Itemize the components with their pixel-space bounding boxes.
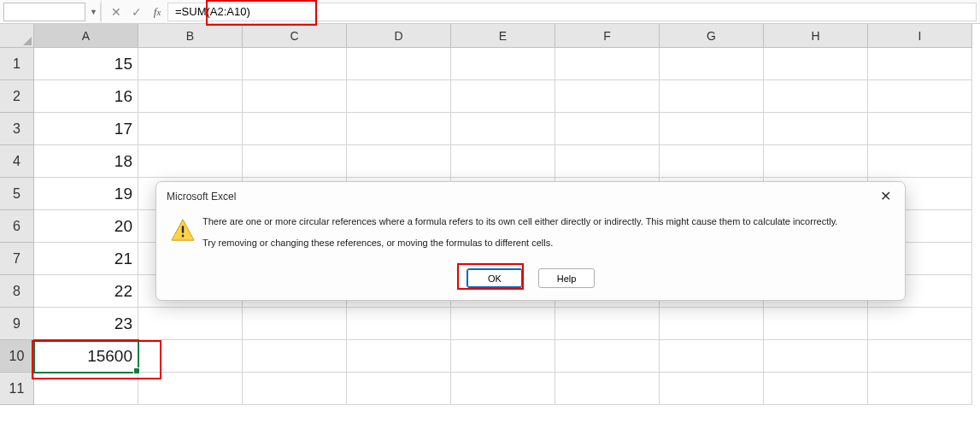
- cell-A8[interactable]: 22: [34, 275, 138, 308]
- cell-D4[interactable]: [347, 145, 451, 178]
- cell-E11[interactable]: [451, 373, 555, 405]
- column-header-F[interactable]: F: [555, 24, 660, 48]
- cancel-formula-icon[interactable]: ✕: [106, 0, 126, 23]
- select-all-corner[interactable]: [0, 24, 34, 48]
- cell-A7[interactable]: 21: [34, 243, 138, 275]
- cell-H11[interactable]: [764, 373, 868, 405]
- formula-bar: ▼ ✕ ✓ fx =SUM(A2:A10): [0, 0, 980, 24]
- cell-H1[interactable]: [764, 48, 868, 80]
- cell-H9[interactable]: [764, 308, 868, 340]
- cell-G10[interactable]: [660, 340, 764, 373]
- cell-D2[interactable]: [347, 80, 451, 113]
- cell-B1[interactable]: [138, 48, 243, 80]
- cell-G1[interactable]: [660, 48, 764, 80]
- row-header-3[interactable]: 3: [0, 113, 34, 145]
- cell-G9[interactable]: [660, 308, 764, 340]
- ok-button[interactable]: OK: [467, 268, 523, 288]
- column-header-D[interactable]: D: [347, 24, 451, 48]
- cell-D11[interactable]: [347, 373, 451, 405]
- cell-B2[interactable]: [138, 80, 243, 113]
- row-header-5[interactable]: 5: [0, 178, 34, 210]
- insert-function-icon[interactable]: fx: [147, 0, 167, 23]
- cell-F9[interactable]: [555, 308, 660, 340]
- cell-G2[interactable]: [660, 80, 764, 113]
- cell-F10[interactable]: [555, 340, 660, 373]
- name-box[interactable]: [3, 3, 85, 21]
- row-header-1[interactable]: 1: [0, 48, 34, 80]
- cell-B3[interactable]: [138, 113, 243, 145]
- column-header-C[interactable]: C: [243, 24, 347, 48]
- cell-I10[interactable]: [868, 340, 972, 373]
- cell-F4[interactable]: [555, 145, 660, 178]
- cell-I3[interactable]: [868, 113, 972, 145]
- cell-A11[interactable]: [34, 373, 138, 405]
- cell-C1[interactable]: [243, 48, 347, 80]
- cell-I11[interactable]: [868, 373, 972, 405]
- column-header-G[interactable]: G: [660, 24, 764, 48]
- column-header-I[interactable]: I: [868, 24, 972, 48]
- cell-C3[interactable]: [243, 113, 347, 145]
- row-header-7[interactable]: 7: [0, 243, 34, 275]
- cell-B4[interactable]: [138, 145, 243, 178]
- row-header-6[interactable]: 6: [0, 210, 34, 243]
- cell-E4[interactable]: [451, 145, 555, 178]
- help-button[interactable]: Help: [538, 268, 595, 288]
- column-header-A[interactable]: A: [34, 24, 138, 48]
- row-header-4[interactable]: 4: [0, 145, 34, 178]
- cell-F1[interactable]: [555, 48, 660, 80]
- cell-E10[interactable]: [451, 340, 555, 373]
- row-header-8[interactable]: 8: [0, 275, 34, 308]
- cell-G11[interactable]: [660, 373, 764, 405]
- cell-D10[interactable]: [347, 340, 451, 373]
- cell-E1[interactable]: [451, 48, 555, 80]
- dialog-title-text: Microsoft Excel: [167, 191, 236, 203]
- cell-A9[interactable]: 23: [34, 308, 138, 340]
- cell-H2[interactable]: [764, 80, 868, 113]
- cell-I9[interactable]: [868, 308, 972, 340]
- cell-E2[interactable]: [451, 80, 555, 113]
- cell-C11[interactable]: [243, 373, 347, 405]
- cell-C2[interactable]: [243, 80, 347, 113]
- cell-A2[interactable]: 16: [34, 80, 138, 113]
- cell-E9[interactable]: [451, 308, 555, 340]
- column-header-B[interactable]: B: [138, 24, 243, 48]
- cell-H10[interactable]: [764, 340, 868, 373]
- cell-I1[interactable]: [868, 48, 972, 80]
- row-header-10[interactable]: 10: [0, 340, 34, 373]
- cell-I4[interactable]: [868, 145, 972, 178]
- cell-B9[interactable]: [138, 308, 243, 340]
- circular-reference-dialog: Microsoft Excel ✕ There are one or more …: [156, 181, 906, 301]
- column-header-H[interactable]: H: [764, 24, 868, 48]
- cell-D9[interactable]: [347, 308, 451, 340]
- cell-F3[interactable]: [555, 113, 660, 145]
- cell-A4[interactable]: 18: [34, 145, 138, 178]
- formula-input[interactable]: =SUM(A2:A10): [167, 3, 977, 21]
- cell-E3[interactable]: [451, 113, 555, 145]
- cell-D3[interactable]: [347, 113, 451, 145]
- name-box-dropdown[interactable]: ▼: [87, 3, 101, 21]
- cell-B10[interactable]: [138, 340, 243, 373]
- cell-A10[interactable]: 15600: [34, 340, 138, 373]
- cell-G4[interactable]: [660, 145, 764, 178]
- cell-A5[interactable]: 19: [34, 178, 138, 210]
- cell-C10[interactable]: [243, 340, 347, 373]
- cell-C4[interactable]: [243, 145, 347, 178]
- close-icon[interactable]: ✕: [874, 188, 896, 205]
- cell-G3[interactable]: [660, 113, 764, 145]
- cell-B11[interactable]: [138, 373, 243, 405]
- cell-D1[interactable]: [347, 48, 451, 80]
- enter-formula-icon[interactable]: ✓: [126, 0, 147, 23]
- cell-H4[interactable]: [764, 145, 868, 178]
- cell-A1[interactable]: 15: [34, 48, 138, 80]
- cell-C9[interactable]: [243, 308, 347, 340]
- column-header-E[interactable]: E: [451, 24, 555, 48]
- row-header-11[interactable]: 11: [0, 373, 34, 405]
- cell-F2[interactable]: [555, 80, 660, 113]
- cell-I2[interactable]: [868, 80, 972, 113]
- row-header-9[interactable]: 9: [0, 308, 34, 340]
- cell-H3[interactable]: [764, 113, 868, 145]
- cell-A6[interactable]: 20: [34, 210, 138, 243]
- cell-F11[interactable]: [555, 373, 660, 405]
- cell-A3[interactable]: 17: [34, 113, 138, 145]
- row-header-2[interactable]: 2: [0, 80, 34, 113]
